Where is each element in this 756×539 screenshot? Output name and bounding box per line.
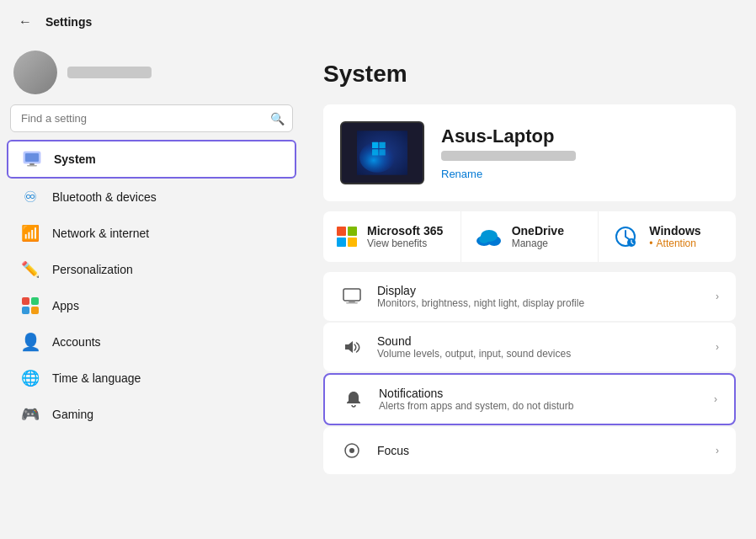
- service-sub-windows: • Attention: [649, 237, 722, 249]
- svg-rect-14: [379, 149, 385, 155]
- service-cards: Microsoft 365 View benefits OneDrive Man…: [323, 211, 736, 262]
- settings-list: Display Monitors, brightness, night ligh…: [323, 272, 736, 474]
- notifications-icon: [342, 387, 365, 411]
- chevron-icon-focus: ›: [716, 445, 719, 456]
- sidebar-item-accounts[interactable]: 👤 Accounts: [7, 324, 296, 360]
- sound-icon: [340, 335, 364, 359]
- settings-title-sound: Sound: [377, 334, 702, 348]
- device-card: Asus-Laptop Rename: [323, 104, 736, 201]
- avatar: [13, 51, 57, 94]
- windows-update-icon: [612, 223, 639, 250]
- service-name-microsoft365: Microsoft 365: [367, 224, 447, 237]
- sidebar-item-label-network: Network & internet: [52, 227, 149, 240]
- service-card-onedrive[interactable]: OneDrive Manage: [461, 211, 599, 262]
- gaming-icon: 🎮: [20, 404, 40, 424]
- content-area: System: [303, 44, 756, 539]
- avatar-image: [13, 51, 57, 94]
- service-info-onedrive: OneDrive Manage: [512, 224, 585, 249]
- rename-link[interactable]: Rename: [441, 168, 482, 180]
- sidebar-item-label-bluetooth: Bluetooth & devices: [52, 190, 157, 204]
- device-info: Asus-Laptop Rename: [441, 125, 719, 181]
- title-bar-title: Settings: [45, 15, 92, 29]
- settings-row-display[interactable]: Display Monitors, brightness, night ligh…: [323, 272, 736, 321]
- system-icon: [22, 149, 42, 169]
- personalization-icon: ✏️: [20, 259, 40, 280]
- apps-icon: [20, 296, 40, 316]
- sidebar-item-apps[interactable]: Apps: [7, 288, 296, 323]
- settings-desc-display: Monitors, brightness, night light, displ…: [377, 297, 702, 309]
- sidebar-item-label-accounts: Accounts: [52, 335, 101, 349]
- sidebar-item-personalization[interactable]: ✏️ Personalization: [7, 252, 296, 287]
- settings-row-focus[interactable]: Focus ›: [323, 427, 736, 474]
- svg-rect-8: [31, 307, 39, 314]
- svg-point-18: [479, 235, 489, 243]
- service-sub-microsoft365: View benefits: [367, 237, 447, 249]
- microsoft365-icon: [337, 227, 357, 247]
- sidebar-item-label-system: System: [54, 152, 96, 166]
- display-icon: [340, 285, 364, 308]
- sidebar: 🔍 System ♾ Bluetooth & devices 📶 Network…: [0, 44, 303, 539]
- svg-rect-3: [29, 163, 35, 165]
- svg-rect-11: [372, 142, 378, 148]
- service-card-windows[interactable]: Windows • Attention: [599, 211, 736, 262]
- svg-rect-13: [372, 149, 378, 155]
- sidebar-item-label-gaming: Gaming: [52, 408, 93, 421]
- page-title: System: [323, 61, 736, 88]
- chevron-icon-notifications: ›: [714, 393, 717, 405]
- svg-rect-23: [346, 302, 358, 304]
- chevron-icon-display: ›: [716, 291, 719, 302]
- sidebar-item-label-timelang: Time & language: [52, 371, 141, 385]
- svg-rect-21: [343, 289, 360, 301]
- search-input[interactable]: [10, 104, 293, 132]
- service-name-windows: Windows: [649, 224, 722, 237]
- device-email: [441, 151, 576, 161]
- device-name: Asus-Laptop: [441, 125, 719, 147]
- settings-desc-notifications: Alerts from apps and system, do not dist…: [379, 400, 700, 412]
- svg-rect-6: [31, 297, 39, 305]
- main-container: 🔍 System ♾ Bluetooth & devices 📶 Network…: [0, 44, 756, 539]
- chevron-icon-sound: ›: [716, 341, 719, 353]
- svg-rect-4: [27, 165, 37, 167]
- sidebar-item-timelang[interactable]: 🌐 Time & language: [7, 360, 296, 396]
- svg-rect-2: [25, 153, 39, 162]
- service-name-onedrive: OneDrive: [512, 224, 585, 237]
- service-info-microsoft365: Microsoft 365 View benefits: [367, 224, 447, 249]
- settings-title-display: Display: [377, 284, 702, 297]
- settings-title-notifications: Notifications: [379, 387, 700, 400]
- settings-row-notifications[interactable]: Notifications Alerts from apps and syste…: [323, 373, 736, 425]
- svg-rect-5: [22, 297, 29, 305]
- sidebar-item-label-personalization: Personalization: [52, 263, 133, 276]
- svg-point-26: [349, 448, 354, 453]
- sidebar-item-bluetooth[interactable]: ♾ Bluetooth & devices: [7, 179, 296, 215]
- focus-icon: [340, 439, 364, 462]
- search-bar: 🔍: [10, 104, 293, 132]
- sidebar-item-system[interactable]: System: [7, 140, 296, 179]
- title-bar: ← Settings: [0, 0, 756, 44]
- settings-desc-sound: Volume levels, output, input, sound devi…: [377, 348, 702, 360]
- bluetooth-icon: ♾: [20, 187, 40, 207]
- settings-row-sound[interactable]: Sound Volume levels, output, input, soun…: [323, 323, 736, 371]
- back-button[interactable]: ←: [13, 10, 37, 34]
- timelang-icon: 🌐: [20, 368, 40, 388]
- accounts-icon: 👤: [20, 332, 40, 352]
- svg-rect-12: [379, 142, 385, 148]
- svg-rect-22: [349, 301, 355, 302]
- service-sub-onedrive: Manage: [512, 237, 585, 249]
- settings-title-focus: Focus: [377, 444, 702, 457]
- nav-list: System ♾ Bluetooth & devices 📶 Network &…: [0, 139, 303, 433]
- profile-name: [67, 67, 152, 78]
- profile-section: [0, 44, 303, 104]
- sidebar-item-gaming[interactable]: 🎮 Gaming: [7, 397, 296, 432]
- svg-rect-7: [22, 307, 29, 314]
- sidebar-item-network[interactable]: 📶 Network & internet: [7, 216, 296, 251]
- device-image: [340, 121, 424, 184]
- network-icon: 📶: [20, 223, 40, 243]
- service-info-windows: Windows • Attention: [649, 224, 722, 249]
- search-icon: 🔍: [270, 112, 285, 125]
- svg-marker-24: [345, 341, 353, 353]
- sidebar-item-label-apps: Apps: [52, 299, 79, 312]
- service-card-microsoft365[interactable]: Microsoft 365 View benefits: [323, 211, 461, 262]
- onedrive-icon: [475, 223, 502, 250]
